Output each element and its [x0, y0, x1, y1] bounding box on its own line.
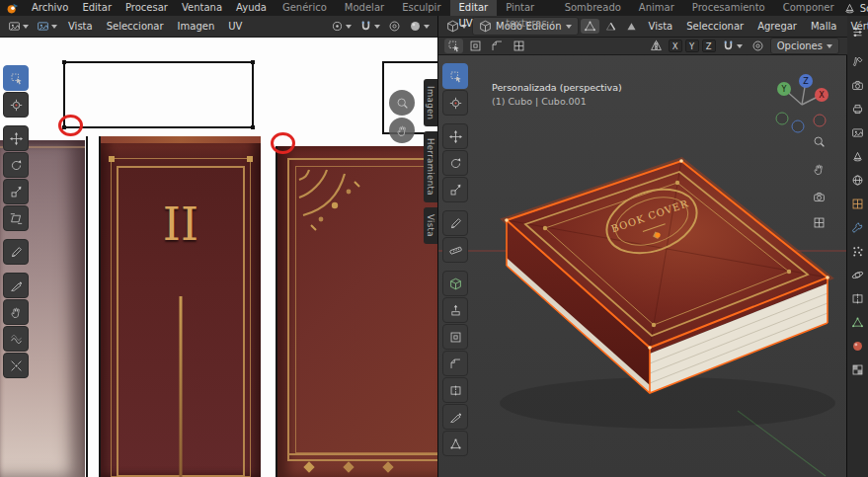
tool-cursor[interactable] [442, 90, 468, 116]
uv-menu-uv[interactable]: UV [222, 19, 248, 34]
workspace-tab-animar[interactable]: Animar [630, 0, 683, 16]
tool-measure[interactable] [442, 237, 468, 263]
tool-cursor[interactable] [3, 92, 29, 118]
viewport-ortho-button[interactable] [808, 211, 829, 233]
tool-bevel[interactable] [442, 351, 468, 376]
tool-scale[interactable] [3, 179, 29, 204]
tab-world[interactable] [847, 168, 868, 192]
workspace-tab-esculpir[interactable]: Esculpir [393, 0, 449, 16]
tab-render[interactable] [847, 73, 868, 97]
scene-selector[interactable]: Scene [843, 2, 868, 15]
tool-annotate[interactable] [442, 210, 468, 236]
tool-add-cube[interactable] [442, 271, 468, 296]
tab-object-data[interactable] [847, 310, 868, 334]
tool-move[interactable] [3, 125, 29, 151]
uv-menu-vista[interactable]: Vista [62, 19, 99, 34]
tool-loop-cut[interactable] [442, 377, 468, 403]
tool-select-box[interactable] [442, 63, 468, 89]
tab-material[interactable] [847, 334, 868, 358]
pivot-point-dropdown[interactable] [328, 19, 355, 34]
tool-scale[interactable] [442, 177, 468, 202]
tab-scene[interactable] [847, 144, 868, 168]
menu-procesar[interactable]: Procesar [118, 0, 175, 16]
navigation-gizmo[interactable]: Y Z X [770, 69, 833, 134]
proportional-editing-toggle[interactable] [749, 39, 767, 53]
tool-rotate[interactable] [442, 150, 468, 176]
vp-menu-vista[interactable]: Vista [643, 19, 679, 34]
sidebar-tab-vista[interactable]: Vista [424, 207, 437, 244]
tab-object[interactable] [847, 192, 868, 215]
tool-rotate[interactable] [3, 152, 29, 178]
select-mode-vertex[interactable] [581, 19, 599, 34]
axis-neg-y[interactable] [776, 113, 788, 124]
options-dropdown[interactable]: Opciones [770, 38, 839, 54]
snap-toggle[interactable] [356, 19, 383, 34]
tab-particles[interactable] [847, 239, 868, 263]
menu-ventana[interactable]: Ventana [175, 0, 229, 16]
workspace-tab-sombreado[interactable]: Sombreado [556, 0, 630, 16]
vp-menu-agregar[interactable]: Agregar [751, 19, 803, 34]
menu-editar[interactable]: Editar [75, 0, 118, 16]
workspace-tab-editar-uv[interactable]: Editar UV [450, 0, 498, 16]
tab-output[interactable] [847, 97, 868, 120]
select-mode-face[interactable] [622, 19, 641, 34]
display-channels-dropdown[interactable] [406, 19, 433, 34]
sidebar-tab-herramienta[interactable]: Herramienta [424, 131, 437, 202]
uv-canvas[interactable]: II [0, 38, 437, 477]
workspace-tab-componer[interactable]: Componer [774, 0, 843, 16]
zoom-gizmo-button[interactable] [389, 90, 415, 116]
tool-knife[interactable] [442, 404, 468, 430]
viewport-canvas[interactable]: Personalizada (perspectiva) (1) Cubo | C… [438, 55, 847, 477]
tab-constraints[interactable] [847, 286, 868, 310]
menu-ayuda[interactable]: Ayuda [229, 0, 274, 16]
menu-archivo[interactable]: Archivo [25, 0, 75, 16]
mirror-y-button[interactable]: Y [685, 40, 699, 52]
tool-relax[interactable] [3, 326, 29, 352]
selectmode-new[interactable] [444, 39, 463, 53]
viewport-zoom-button[interactable] [808, 130, 829, 152]
tool-rip-region[interactable] [3, 273, 29, 298]
tool-inset-faces[interactable] [442, 324, 468, 350]
tool-annotate[interactable] [3, 239, 29, 265]
viewport-pan-button[interactable] [808, 158, 829, 180]
mirror-x-button[interactable]: X [669, 40, 682, 52]
tool-extrude-region[interactable] [442, 297, 468, 323]
tool-pinch[interactable] [3, 353, 29, 378]
vp-menu-vertice[interactable]: Vértice [844, 19, 868, 34]
sidebar-tab-imagen[interactable]: Imagen [424, 79, 437, 126]
workspace-tab-pintar-texturas[interactable]: Pintar texturas [497, 0, 556, 16]
mirror-toggle[interactable] [647, 39, 666, 53]
tool-move[interactable] [442, 123, 468, 149]
uv-menu-seleccionar[interactable]: Seleccionar [101, 19, 170, 34]
tab-modifiers[interactable] [847, 215, 868, 239]
uv-island-rect[interactable] [63, 61, 254, 128]
tab-physics[interactable] [847, 263, 868, 286]
blender-logo[interactable] [0, 2, 25, 15]
tab-view-layer[interactable] [847, 120, 868, 144]
vp-menu-malla[interactable]: Malla [805, 19, 842, 34]
viewport-camera-button[interactable] [808, 186, 829, 207]
workspace-tab-generico[interactable]: Genérico [274, 0, 336, 16]
workspace-tab-procesamiento[interactable]: Procesamiento [683, 0, 774, 16]
image-datablock-dropdown[interactable] [34, 19, 60, 34]
vp-menu-seleccionar[interactable]: Seleccionar [680, 19, 750, 34]
select-mode-edge[interactable] [601, 19, 620, 34]
snap-toggle[interactable] [719, 39, 746, 53]
proportional-editing-toggle[interactable] [385, 19, 404, 34]
selectmode-extend[interactable] [466, 39, 485, 53]
tool-select-box[interactable] [3, 65, 29, 91]
workspace-tab-modelar[interactable]: Modelar [336, 0, 393, 16]
editor-type-dropdown[interactable] [5, 19, 32, 34]
uv-menu-imagen[interactable]: Imagen [172, 19, 221, 34]
tab-texture[interactable] [847, 358, 868, 381]
tab-tool[interactable] [847, 49, 868, 73]
axis-neg-x[interactable] [814, 115, 826, 126]
selectmode-subtract[interactable] [488, 39, 507, 53]
pan-gizmo-button[interactable] [389, 118, 415, 143]
axis-neg-z[interactable] [792, 120, 804, 132]
mirror-z-button[interactable]: Z [702, 40, 716, 52]
tool-shear[interactable] [3, 205, 29, 231]
tool-grab[interactable] [3, 299, 29, 325]
selectmode-intersect[interactable] [510, 39, 528, 53]
tool-poly-build[interactable] [442, 431, 468, 456]
